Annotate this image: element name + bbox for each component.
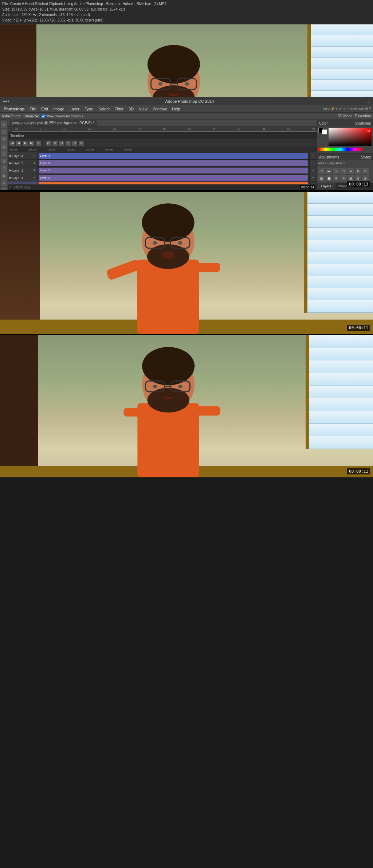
menu-file[interactable]: File (27, 107, 38, 111)
timeline-timecodes: 00008 00016 00024 00032 00040 00048 0005… (8, 147, 317, 152)
ps-tab-label: jump-as-layers.psd @ 25% (background, RG… (12, 121, 94, 125)
menu-photoshop[interactable]: Photoshop (1, 107, 27, 111)
room-scene-3 (0, 335, 373, 477)
adj-gradient[interactable]: ▤ (362, 175, 369, 181)
tool-move[interactable]: ↖ (1, 121, 7, 128)
svg-point-50 (142, 347, 195, 385)
right-window-3 (306, 335, 373, 449)
color-spectrum[interactable] (318, 148, 362, 151)
tool-eyedrop[interactable]: 𝓘 (1, 150, 7, 157)
adj-channel[interactable]: ⊞ (333, 175, 339, 181)
add-track-1[interactable]: + (310, 174, 317, 181)
tool-dodge[interactable]: ○ (1, 180, 7, 186)
tab-layers[interactable]: Layers (317, 183, 335, 189)
auto-select-label: Auto-Select: (1, 114, 21, 118)
person-svg-3 (63, 335, 274, 477)
svg-point-42 (153, 241, 157, 245)
track-bar-label-2: Layer 2 (39, 169, 50, 172)
file-info-bar: File: Create A Hand-Stitched Flipbook Us… (0, 0, 373, 24)
timeline-transition[interactable]: ⊞ (72, 141, 77, 146)
file-info-line3: Audio: aac, 48000 Hz, 2 channels, s16, 1… (2, 12, 371, 17)
timeline-audio[interactable]: 🔊 (46, 141, 51, 146)
tool-lasso[interactable]: ⌗ (1, 136, 7, 142)
track-label-layer4: ▶ Layer 4 ≡ (8, 152, 37, 160)
styles-title: Styles (361, 155, 371, 159)
frame-zero: 0 (9, 185, 11, 189)
adj-posterize[interactable]: ▦ (348, 175, 354, 181)
color-panel-header: Color Swatches (317, 120, 373, 126)
ruler-bar: 3001020304050607080859095 (8, 126, 317, 131)
svg-rect-45 (106, 259, 142, 281)
menu-view[interactable]: View (137, 107, 150, 111)
adjustments-title: Adjustments (319, 155, 339, 159)
adj-levels[interactable]: ▬ (326, 168, 332, 174)
timeline-settings[interactable]: ⚙ (52, 141, 58, 146)
menu-image[interactable]: Image (51, 107, 67, 111)
timeline-loop[interactable]: ↺ (36, 141, 41, 146)
timeline-play[interactable]: ▶ (23, 141, 28, 146)
adj-invert[interactable]: ⊛ (340, 175, 347, 181)
menu-type[interactable]: Type (82, 107, 95, 111)
tool-pen[interactable]: ✏ (1, 187, 7, 190)
bg-swatch[interactable] (322, 129, 327, 134)
tool-stamp[interactable]: ⊕ (1, 172, 7, 179)
layers-controls-bar: Kind Normal Opacity: 100% (317, 189, 373, 190)
ps-title-text: Adobe Photoshop CC 2014 (12, 99, 367, 103)
adj-photo[interactable]: ⬤ (326, 175, 332, 181)
track-bar-layer2[interactable]: Layer 2 (39, 168, 308, 173)
add-track-4[interactable]: + (310, 152, 317, 160)
adj-exposure[interactable]: ⊙ (340, 168, 347, 174)
right-window-2 (304, 192, 373, 313)
tool-crop[interactable]: ⊡ (1, 143, 7, 150)
window-frame-3 (309, 335, 373, 449)
add-track-2[interactable]: + (310, 167, 317, 174)
ps-title-bar: ●●● Adobe Photoshop CC 2014 ☰ (0, 97, 373, 105)
menu-help[interactable]: Help (170, 107, 182, 111)
svg-point-44 (162, 251, 174, 259)
menu-layer[interactable]: Layer (67, 107, 82, 111)
timestamp-3: 00:00:11 (347, 468, 370, 474)
tool-rect[interactable]: ▭ (1, 129, 7, 135)
adj-hsl[interactable]: ◐ (355, 168, 361, 174)
adj-vibrance[interactable]: ◈ (348, 168, 354, 174)
track-bar-layer3[interactable]: Layer 3 (39, 160, 308, 166)
adj-colorbalance[interactable]: ⊡ (362, 168, 369, 174)
timeline-delete[interactable]: ✂ (66, 141, 71, 146)
show-transform-checkbox[interactable] (42, 114, 45, 118)
timeline-controls[interactable]: |◀ ◀ ▶ ▶| ↺ | 🔊 ⚙ ⊡ ✂ ⊞ ⊜ (8, 139, 317, 147)
video-segment-2: 00:00:11 (0, 192, 373, 334)
track-bar-layer4[interactable]: Layer 4 (39, 153, 308, 159)
add-track-3[interactable]: + (310, 160, 317, 167)
adj-brightness[interactable]: ☀ (318, 168, 325, 174)
svg-point-55 (153, 385, 157, 388)
essentials-label: Essentials (355, 114, 372, 118)
color-picker-gradient[interactable] (329, 128, 372, 146)
timestamp-1: 00:00:13 (347, 181, 370, 187)
ps-tab-document[interactable]: jump-as-layers.psd @ 25% (background, RG… (9, 120, 97, 126)
timeline-header: Timeline (8, 133, 317, 139)
adj-bw[interactable]: ◧ (318, 175, 325, 181)
tool-heal[interactable]: ✚ (1, 158, 7, 164)
menu-filter[interactable]: Filter (113, 107, 126, 111)
ps-tools-panel: ↖ ▭ ⌗ ⊡ 𝓘 ✚ ∫ ⊕ ○ ✏ T □ ✋ 🔍 (0, 120, 8, 190)
menu-window[interactable]: Window (150, 107, 169, 111)
menu-select[interactable]: Select (96, 107, 112, 111)
track-bar-label-4: Layer 4 (39, 154, 50, 157)
timeline-first-frame[interactable]: |◀ (9, 141, 15, 146)
timeline-prev-frame[interactable]: ◀ (16, 141, 21, 146)
track-label-layer1: ▶ Layer 1 ≡ (8, 174, 37, 181)
track-bar-layer1[interactable]: Layer 3 (39, 175, 308, 181)
timeline-next-frame[interactable]: ▶| (29, 141, 34, 146)
adj-curves[interactable]: ∿ (333, 168, 339, 174)
file-info-line4: Video: h264, yuv420p, 1280x720, 2502 kb/… (2, 17, 371, 23)
menu-3d[interactable]: 3D (126, 107, 136, 111)
timeline-convert[interactable]: ⊜ (79, 141, 84, 146)
svg-point-56 (178, 385, 182, 388)
adj-threshold[interactable]: ▤ (355, 175, 361, 181)
ps-menu-bar[interactable]: Photoshop File Edit Image Layer Type Sel… (0, 105, 373, 113)
menu-edit[interactable]: Edit (39, 107, 50, 111)
timeline-split[interactable]: ⊡ (59, 141, 64, 146)
tool-brush[interactable]: ∫ (1, 165, 7, 172)
auto-select-dropdown[interactable]: Group (23, 114, 40, 119)
swatches-panel-title: Swatches (355, 121, 371, 125)
